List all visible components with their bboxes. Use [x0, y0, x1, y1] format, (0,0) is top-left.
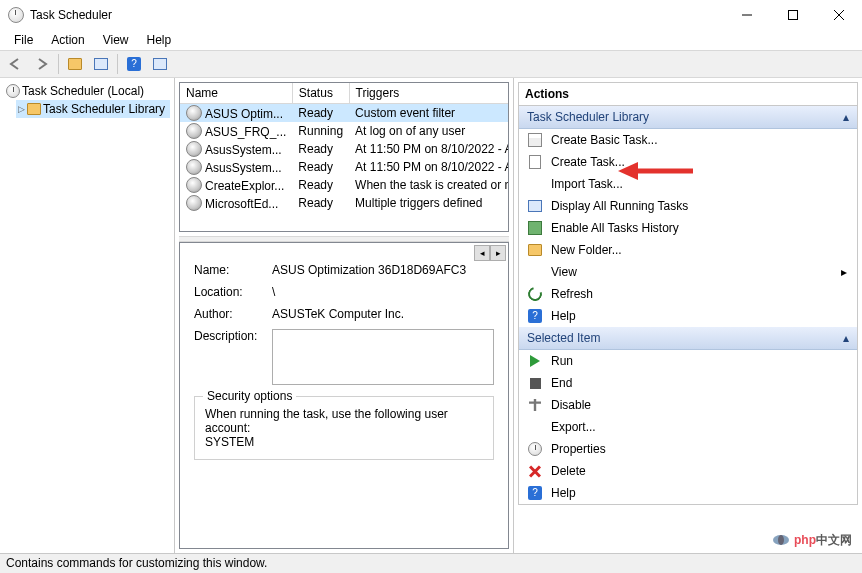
cell-triggers: At 11:50 PM on 8/10/2022 - A [349, 140, 509, 158]
cell-triggers: Multiple triggers defined [349, 194, 509, 212]
action-item[interactable]: ?Help [519, 305, 857, 327]
action-item[interactable]: Display All Running Tasks [519, 195, 857, 217]
group-header-library[interactable]: Task Scheduler Library ▴ [519, 106, 857, 129]
tree-library[interactable]: ▷ Task Scheduler Library [16, 100, 170, 118]
table-row[interactable]: CreateExplor...ReadyWhen the task is cre… [180, 176, 509, 194]
actions-pane: Actions Task Scheduler Library ▴ Create … [514, 78, 862, 553]
action-item[interactable]: Properties [519, 438, 857, 460]
action-item[interactable]: Import Task... [519, 173, 857, 195]
help-icon: ? [527, 485, 543, 501]
menu-action[interactable]: Action [43, 31, 92, 49]
maximize-button[interactable] [770, 0, 816, 30]
action-item[interactable]: Export... [519, 416, 857, 438]
watermark-icon [772, 531, 790, 549]
action-item[interactable]: New Folder... [519, 239, 857, 261]
watermark-text: phpphp中文网中文网 [794, 532, 852, 549]
cell-status: Ready [292, 104, 349, 123]
menu-view[interactable]: View [95, 31, 137, 49]
action-item[interactable]: Disable [519, 394, 857, 416]
table-row[interactable]: AsusSystem...ReadyAt 11:50 PM on 8/10/20… [180, 158, 509, 176]
col-name[interactable]: Name [180, 83, 292, 104]
svg-point-7 [778, 535, 784, 545]
description-field[interactable] [272, 329, 494, 385]
table-row[interactable]: MicrosoftEd...ReadyMultiple triggers def… [180, 194, 509, 212]
toolbar-folder-button[interactable] [63, 52, 87, 76]
author-label: Author: [194, 307, 272, 321]
menubar: File Action View Help [0, 30, 862, 50]
col-status[interactable]: Status [292, 83, 349, 104]
chevron-right-icon: ▸ [841, 265, 847, 279]
cell-name: ASUS_FRQ_... [180, 122, 292, 140]
actions-pane-title: Actions [518, 82, 858, 105]
table-row[interactable]: AsusSystem...ReadyAt 11:50 PM on 8/10/20… [180, 140, 509, 158]
tab-scroll-left[interactable]: ◂ [474, 245, 490, 261]
location-label: Location: [194, 285, 272, 299]
action-label: Create Task... [551, 155, 625, 169]
collapse-icon: ▴ [843, 331, 849, 345]
window-icon [94, 58, 108, 70]
table-row[interactable]: ASUS_FRQ_...RunningAt log on of any user [180, 122, 509, 140]
cell-triggers: At log on of any user [349, 122, 509, 140]
toolbar-separator [58, 54, 59, 74]
menu-help[interactable]: Help [139, 31, 180, 49]
cell-status: Ready [292, 140, 349, 158]
cell-status: Ready [292, 194, 349, 212]
action-item[interactable]: Create Task... [519, 151, 857, 173]
security-text: When running the task, use the following… [205, 407, 483, 435]
action-item[interactable]: View▸ [519, 261, 857, 283]
nav-forward-button[interactable] [30, 52, 54, 76]
action-item[interactable]: Enable All Tasks History [519, 217, 857, 239]
group-header-label: Selected Item [527, 331, 600, 345]
tab-scroll-right[interactable]: ▸ [490, 245, 506, 261]
menu-file[interactable]: File [6, 31, 41, 49]
action-label: Disable [551, 398, 591, 412]
toolbar: ? [0, 50, 862, 78]
action-item[interactable]: Run [519, 350, 857, 372]
folder-icon [27, 103, 41, 115]
task-list[interactable]: Name Status Triggers ASUS Optim...ReadyC… [179, 82, 509, 232]
toolbar-help-button[interactable]: ? [122, 52, 146, 76]
author-value: ASUSTeK Computer Inc. [272, 307, 494, 321]
minimize-button[interactable] [724, 0, 770, 30]
group-header-selected[interactable]: Selected Item ▴ [519, 327, 857, 350]
help-icon: ? [127, 57, 141, 71]
actions-group-library: Task Scheduler Library ▴ Create Basic Ta… [518, 105, 858, 505]
col-triggers[interactable]: Triggers [349, 83, 509, 104]
expand-icon[interactable]: ▷ [18, 104, 25, 114]
task-details: ◂ ▸ Name:ASUS Optimization 36D18D69AFC3 … [179, 242, 509, 549]
center-pane: Name Status Triggers ASUS Optim...ReadyC… [175, 78, 514, 553]
nav-back-button[interactable] [4, 52, 28, 76]
action-label: View [551, 265, 577, 279]
svg-rect-1 [789, 11, 798, 20]
close-button[interactable] [816, 0, 862, 30]
action-item[interactable]: Delete [519, 460, 857, 482]
table-row[interactable]: ASUS Optim...ReadyCustom event filter [180, 104, 509, 123]
action-item[interactable]: Create Basic Task... [519, 129, 857, 151]
action-label: Export... [551, 420, 596, 434]
green-icon [527, 220, 543, 236]
toolbar-properties-button[interactable] [89, 52, 113, 76]
cell-status: Ready [292, 176, 349, 194]
action-label: Help [551, 486, 576, 500]
cell-status: Running [292, 122, 349, 140]
titlebar: Task Scheduler [0, 0, 862, 30]
action-item[interactable]: Refresh [519, 283, 857, 305]
tree-root[interactable]: Task Scheduler (Local) [4, 82, 170, 100]
toolbar-pane-button[interactable] [148, 52, 172, 76]
action-label: Display All Running Tasks [551, 199, 688, 213]
navigation-tree[interactable]: Task Scheduler (Local) ▷ Task Scheduler … [0, 78, 175, 553]
pane-icon [153, 58, 167, 70]
action-item[interactable]: ?Help [519, 482, 857, 504]
cell-triggers: When the task is created or n [349, 176, 509, 194]
watermark: phpphp中文网中文网 [772, 531, 852, 549]
action-item[interactable]: End [519, 372, 857, 394]
main-area: Task Scheduler (Local) ▷ Task Scheduler … [0, 78, 862, 553]
blank-icon [527, 176, 543, 192]
security-legend: Security options [203, 389, 296, 403]
action-label: New Folder... [551, 243, 622, 257]
window-icon [527, 198, 543, 214]
clock-icon [527, 441, 543, 457]
refresh-icon [527, 286, 543, 302]
action-label: Properties [551, 442, 606, 456]
doc-icon [527, 154, 543, 170]
